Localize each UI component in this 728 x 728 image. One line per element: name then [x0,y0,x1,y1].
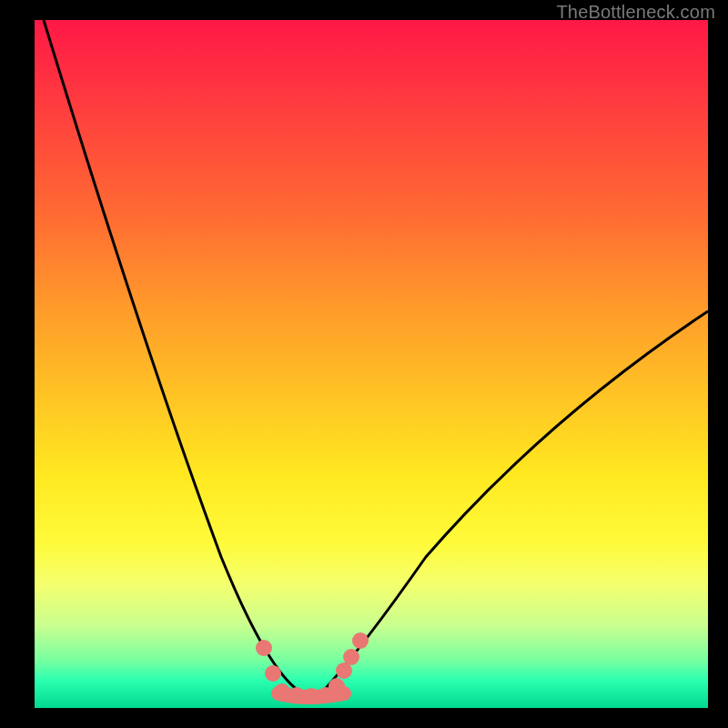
chart-frame: TheBottleneck.com [0,0,728,728]
curve-right [321,311,708,693]
marker-dot [329,678,345,694]
marker-dot [265,665,281,682]
watermark-text: TheBottleneck.com [556,2,715,23]
marker-dot [288,687,305,703]
curve-left [44,20,303,693]
marker-dot [303,688,319,704]
marker-dot [256,640,272,656]
marker-dot [343,649,359,665]
plot-area [35,20,708,708]
marker-dot [352,632,369,649]
chart-svg [35,20,708,708]
marker-dot [274,683,290,700]
